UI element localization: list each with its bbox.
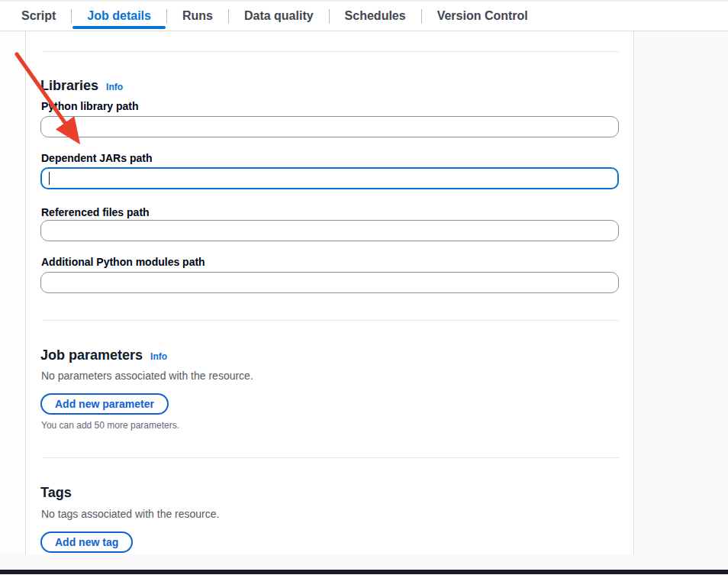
referenced-files-path-label: Referenced files path: [41, 205, 150, 219]
python-library-path-label: Python library path: [41, 99, 139, 113]
tab-label: Runs: [182, 9, 213, 23]
add-new-tag-button[interactable]: Add new tag: [40, 531, 133, 553]
add-new-parameter-button[interactable]: Add new parameter: [40, 393, 169, 415]
job-parameters-info-link[interactable]: Info: [150, 351, 167, 362]
libraries-info-link[interactable]: Info: [106, 82, 123, 92]
window-bottom-edge: [0, 570, 728, 574]
tab-schedules[interactable]: Schedules: [330, 2, 421, 31]
tags-heading: Tags: [40, 485, 72, 501]
job-details-panel: Libraries Info Python library path Depen…: [25, 31, 634, 554]
libraries-title: Libraries: [40, 78, 98, 94]
left-margin-strip: [0, 31, 25, 554]
additional-python-modules-path-label: Additional Python modules path: [41, 255, 205, 269]
tab-label: Job details: [87, 9, 151, 23]
tab-label: Schedules: [345, 9, 406, 23]
additional-python-modules-path-input[interactable]: [40, 272, 619, 293]
tags-empty-text: No tags associated with the resource.: [41, 506, 219, 522]
tab-job-details[interactable]: Job details: [72, 2, 166, 31]
tags-title: Tags: [40, 485, 72, 501]
tab-data-quality[interactable]: Data quality: [229, 2, 329, 31]
text-caret: [49, 172, 50, 185]
job-parameters-hint-text: You can add 50 more parameters.: [41, 419, 179, 431]
python-library-path-input[interactable]: [40, 116, 619, 137]
tab-script[interactable]: Script: [6, 2, 71, 31]
dependent-jars-path-input[interactable]: [40, 167, 619, 189]
tab-label: Data quality: [244, 9, 314, 23]
job-editor-tab-bar: Script Job details Runs Data quality Sch…: [0, 0, 728, 31]
job-parameters-title: Job parameters: [40, 347, 143, 363]
dependent-jars-path-label: Dependent JARs path: [41, 151, 152, 165]
job-parameters-empty-text: No parameters associated with the resour…: [41, 368, 253, 383]
tab-label: Version Control: [437, 9, 528, 23]
active-tab-underline: [72, 26, 166, 29]
tab-runs[interactable]: Runs: [167, 2, 228, 31]
libraries-heading: Libraries Info: [40, 78, 123, 94]
tab-version-control[interactable]: Version Control: [422, 2, 543, 31]
section-divider: [43, 320, 619, 321]
bottom-margin-strip: [0, 554, 728, 570]
right-margin-strip: [635, 31, 728, 554]
job-parameters-heading: Job parameters Info: [40, 347, 167, 363]
tab-label: Script: [21, 9, 56, 23]
section-divider: [43, 457, 619, 458]
referenced-files-path-input[interactable]: [40, 220, 619, 241]
section-divider: [43, 51, 619, 52]
